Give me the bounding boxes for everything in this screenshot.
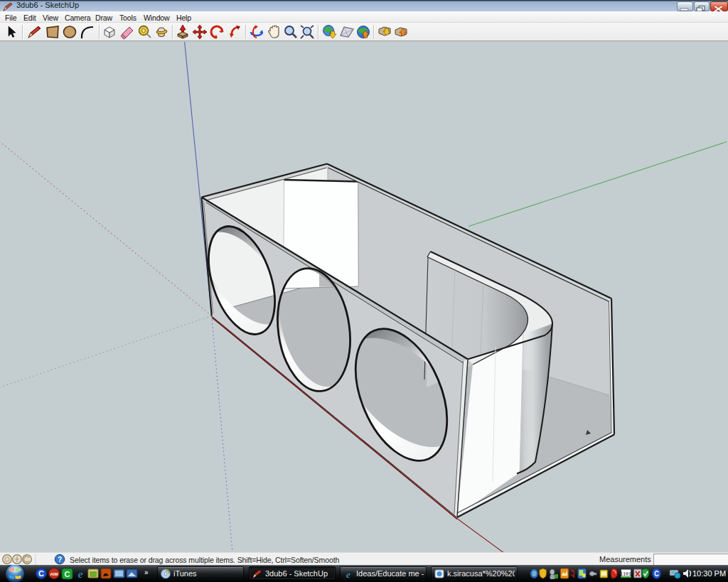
- svg-text:C: C: [38, 569, 44, 578]
- svg-text:C: C: [65, 570, 70, 578]
- svg-text:e: e: [78, 568, 83, 580]
- svg-text:e: e: [346, 569, 350, 580]
- svg-text:1101: 1101: [620, 571, 631, 577]
- svg-text:AIM: AIM: [50, 572, 58, 576]
- svg-text:»: »: [144, 568, 149, 576]
- svg-text:?: ?: [58, 556, 62, 564]
- svg-text:C: C: [654, 569, 659, 578]
